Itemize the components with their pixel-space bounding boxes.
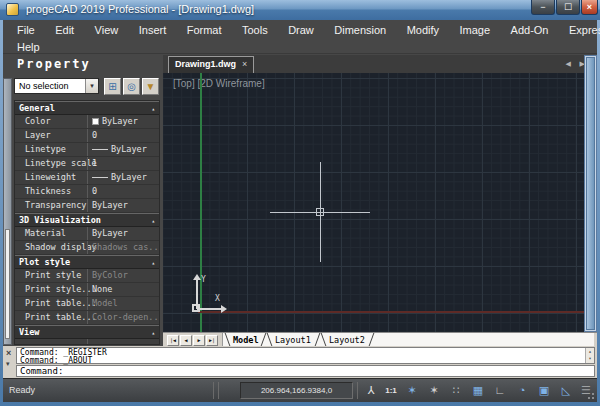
menu-insert[interactable]: Insert (131, 22, 175, 39)
selection-dropdown-value: No selection (19, 81, 69, 91)
maximize-button[interactable]: ☐ (556, 0, 580, 15)
command-input[interactable]: Command: (16, 365, 595, 377)
coordinates-display[interactable]: 206.964,166.9384,0 (240, 382, 353, 399)
property-row-thickness[interactable]: Thickness 0 (15, 185, 159, 199)
drawing-canvas[interactable]: [Top] [2D Wireframe] Y X (163, 73, 584, 332)
chevron-down-icon[interactable]: ▾ (6, 360, 10, 368)
ucs-y-label: Y (201, 275, 206, 284)
section-header-view[interactable]: View ▴ (15, 325, 159, 339)
property-panel-title: Property (17, 57, 91, 71)
property-row-transparency[interactable]: Transparency ByLayer (15, 199, 159, 213)
close-icon[interactable]: × (242, 59, 247, 69)
collapse-icon[interactable]: ▴ (151, 326, 155, 339)
status-message: Ready (9, 385, 35, 395)
section-header-3d-visualization[interactable]: 3D Visualization ▴ (15, 213, 159, 227)
property-row-print-table-2[interactable]: Print table... Color-depen... (15, 311, 159, 325)
close-icon[interactable]: × (6, 348, 11, 358)
ucs-x-arm (197, 308, 223, 310)
tab-layout1[interactable]: Layout1 (275, 334, 311, 346)
scrollbar-thumb[interactable] (586, 57, 595, 330)
command-line-area: × ▾ Command: _REGISTER Command: _ABOUT ▴… (3, 346, 597, 378)
property-row-layer[interactable]: Layer 0 (15, 129, 159, 143)
scrollbar-thumb[interactable] (5, 229, 10, 339)
property-row-print-style[interactable]: Print style ByColor (15, 269, 159, 283)
property-row-shadow-display[interactable]: Shadow display Shadows cas... (15, 241, 159, 255)
menu-dimension[interactable]: Dimension (326, 22, 394, 39)
tab-last-button[interactable]: ▶| (206, 335, 218, 346)
crosshair-pickbox (316, 208, 324, 216)
menu-edit[interactable]: Edit (47, 22, 82, 39)
app-icon (6, 3, 19, 16)
tab-next-button[interactable]: ▶ (193, 335, 205, 346)
menu-bar: File Edit View Insert Format Tools Draw … (3, 20, 597, 54)
tab-drawing1[interactable]: Drawing1.dwg× (168, 56, 254, 73)
y-axis-line (200, 73, 202, 332)
filter-button[interactable]: ▼ (142, 78, 159, 95)
tab-prev-button[interactable]: ◀ (180, 335, 192, 346)
history-scrollbar[interactable]: ▴ ▾ (585, 348, 594, 363)
polar-tracking-icon[interactable]: ✶ (424, 382, 444, 400)
chevron-down-icon[interactable]: ▾ (85, 79, 98, 93)
viewport-label[interactable]: [Top] [2D Wireframe] (173, 78, 265, 89)
entity-snap-icon[interactable]: ✶ (402, 382, 422, 400)
menu-view[interactable]: View (87, 22, 127, 39)
property-row-linetype[interactable]: Linetype ByLayer (15, 143, 159, 157)
scroll-up-icon[interactable]: ▴ (586, 348, 594, 355)
menu-help[interactable]: Help (9, 39, 48, 56)
resize-grip[interactable] (587, 392, 595, 400)
x-axis-line (198, 311, 584, 313)
layout-tab-bar: |◀ ◀ ▶ ▶| Model Layout1 Layout2 (163, 332, 597, 346)
ucs-origin-box (192, 304, 200, 312)
esnap-marker-icon[interactable]: ⅄ (361, 382, 381, 400)
close-button[interactable]: × (581, 0, 598, 15)
menu-format[interactable]: Format (179, 22, 230, 39)
command-history[interactable]: Command: _REGISTER Command: _ABOUT ▴ ▾ (16, 347, 595, 364)
tab-scroll-left-icon[interactable]: ◀ (566, 60, 571, 68)
property-row-lineweight[interactable]: Lineweight ByLayer (15, 171, 159, 185)
window-title: progeCAD 2019 Professional - [Drawing1.d… (26, 3, 254, 15)
property-row-print-style-2[interactable]: Print style... None (15, 283, 159, 297)
property-panel-scrollbar[interactable] (3, 78, 12, 345)
section-header-general[interactable]: General ▴ (15, 101, 159, 115)
ucs-x-label: X (215, 294, 220, 303)
menu-tools[interactable]: Tools (234, 22, 276, 39)
property-row-material[interactable]: Material ByLayer (15, 227, 159, 241)
menu-express[interactable]: Express (561, 22, 600, 39)
ucs-x-arrowhead (221, 305, 227, 313)
menu-draw[interactable]: Draw (280, 22, 322, 39)
canvas-vertical-scrollbar[interactable] (584, 55, 597, 332)
lineweight-toggle-icon[interactable]: ▣ (534, 382, 554, 400)
selection-dropdown[interactable]: No selection ▾ (14, 78, 99, 94)
section-header-plot-style[interactable]: Plot style ▴ (15, 255, 159, 269)
ucs-y-arrowhead (193, 274, 201, 280)
menu-row-1: File Edit View Insert Format Tools Draw … (3, 20, 597, 37)
dynamic-input-icon[interactable]: ◺ (556, 382, 576, 400)
minimize-button[interactable]: − (531, 0, 555, 15)
tab-layout2[interactable]: Layout2 (329, 334, 365, 346)
document-tab-bar: Drawing1.dwg× ◀ ▶ (163, 55, 597, 73)
command-history-line: Command: _REGISTER (20, 349, 584, 357)
menu-modify[interactable]: Modify (399, 22, 447, 39)
tab-first-button[interactable]: |◀ (167, 335, 179, 346)
select-objects-button[interactable]: ⊞ (104, 78, 121, 95)
property-row-linetype-scale[interactable]: Linetype scale 1 (15, 157, 159, 171)
property-row-color[interactable]: Color ByLayer (15, 115, 159, 129)
menu-image[interactable]: Image (452, 22, 499, 39)
collapse-icon[interactable]: ▴ (151, 102, 155, 115)
tab-model[interactable]: Model (233, 334, 259, 346)
collapse-icon[interactable]: ▴ (151, 256, 155, 269)
property-row-print-table[interactable]: Print table... Model (15, 297, 159, 311)
app-window: progeCAD 2019 Professional - [Drawing1.d… (0, 0, 600, 406)
title-bar[interactable]: progeCAD 2019 Professional - [Drawing1.d… (0, 0, 600, 20)
menu-row-2: Help (3, 37, 597, 54)
quick-select-button[interactable]: ◎ (123, 78, 140, 95)
menu-addon[interactable]: Add-On (503, 22, 557, 39)
zoom-ratio-label[interactable]: 1:1 (381, 382, 401, 400)
scroll-down-icon[interactable]: ▾ (586, 355, 594, 362)
snap-icon[interactable]: ▦ (468, 382, 488, 400)
property-row-clipped (15, 339, 159, 345)
dynamic-ucs-icon[interactable]: ◔ (512, 382, 532, 400)
collapse-icon[interactable]: ▴ (151, 214, 155, 227)
ortho-icon[interactable]: ∟ (490, 382, 510, 400)
grid-icon[interactable]: ∷ (446, 382, 466, 400)
